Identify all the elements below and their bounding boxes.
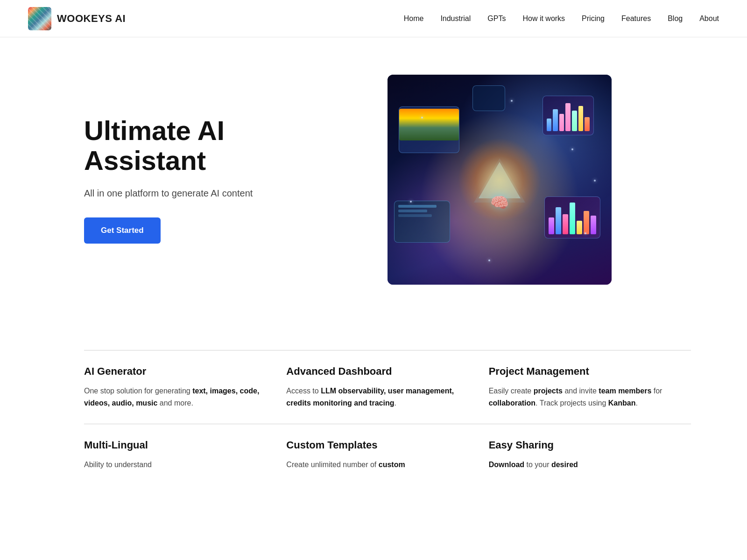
brand-logo <box>28 7 51 30</box>
hero-section: Ultimate AI Assistant All in one platfor… <box>0 37 747 322</box>
hero-image-container: 🧠 <box>308 75 691 285</box>
brand-title: WOOKEYS AI <box>57 13 126 25</box>
get-started-button[interactable]: Get Started <box>84 217 161 244</box>
feature-custom-templates: Custom Templates Create unlimited number… <box>286 424 488 486</box>
feature-project-mgmt-desc: Easily create projects and invite team m… <box>489 385 691 409</box>
ai-art-sparkles <box>388 75 612 285</box>
nav-blog[interactable]: Blog <box>668 14 683 22</box>
features-section: AI Generator One stop solution for gener… <box>0 322 747 514</box>
nav-pricing[interactable]: Pricing <box>582 14 605 22</box>
nav-home[interactable]: Home <box>404 14 424 22</box>
feature-project-mgmt-title: Project Management <box>489 365 691 378</box>
feature-multilingual-title: Multi-Lingual <box>84 439 268 451</box>
nav-how-it-works[interactable]: How it works <box>522 14 565 22</box>
nav-industrial[interactable]: Industrial <box>440 14 471 22</box>
feature-easy-sharing-title: Easy Sharing <box>489 439 691 451</box>
hero-heading: Ultimate AI Assistant <box>84 116 280 175</box>
brand-link[interactable]: WOOKEYS AI <box>28 7 126 30</box>
hero-image: 🧠 <box>388 75 612 285</box>
hero-subtext: All in one platform to generate AI conte… <box>84 188 280 199</box>
navbar: WOOKEYS AI Home Industrial GPTs How it w… <box>0 0 747 37</box>
feature-easy-sharing-desc: Download to your desired <box>489 459 691 471</box>
feature-dashboard-desc: Access to LLM observability, user manage… <box>286 385 470 409</box>
feature-dashboard-title: Advanced Dashboard <box>286 365 470 378</box>
nav-features[interactable]: Features <box>621 14 651 22</box>
feature-ai-generator-title: AI Generator <box>84 365 268 378</box>
feature-custom-templates-desc: Create unlimited number of custom <box>286 459 470 471</box>
feature-custom-templates-title: Custom Templates <box>286 439 470 451</box>
nav-about[interactable]: About <box>699 14 719 22</box>
nav-links: Home Industrial GPTs How it works Pricin… <box>404 14 719 23</box>
feature-easy-sharing: Easy Sharing Download to your desired <box>489 424 691 486</box>
feature-ai-generator: AI Generator One stop solution for gener… <box>84 350 286 424</box>
hero-text: Ultimate AI Assistant All in one platfor… <box>84 116 280 244</box>
ai-art-visual: 🧠 <box>388 75 612 285</box>
feature-dashboard: Advanced Dashboard Access to LLM observa… <box>286 350 488 424</box>
feature-project-mgmt: Project Management Easily create project… <box>489 350 691 424</box>
feature-ai-generator-desc: One stop solution for generating text, i… <box>84 385 268 409</box>
feature-multilingual-desc: Ability to understand <box>84 459 268 471</box>
features-grid: AI Generator One stop solution for gener… <box>84 350 691 486</box>
nav-gpts[interactable]: GPTs <box>487 14 506 22</box>
feature-multilingual: Multi-Lingual Ability to understand <box>84 424 286 486</box>
